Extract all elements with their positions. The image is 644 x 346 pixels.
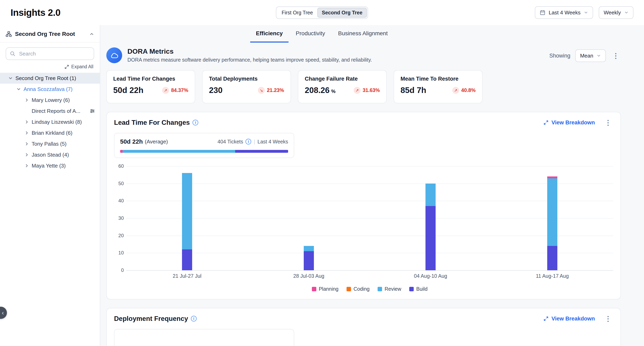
- trend-up-arrow-icon: ↗: [452, 87, 459, 94]
- view-breakdown-button[interactable]: View Breakdown: [543, 120, 595, 126]
- calendar-icon: [540, 10, 546, 15]
- chevron-down-icon: [8, 76, 13, 81]
- y-axis-tick: 50: [112, 181, 124, 186]
- chevron-right-icon: [24, 131, 29, 135]
- stacked-bar-04-aug-10-aug[interactable]: [426, 183, 436, 270]
- org-tree: Second Org Tree Root (1)Anna Scozzafava …: [0, 73, 100, 171]
- search-input[interactable]: [6, 47, 94, 60]
- period-select[interactable]: Last 4 Weeks: [535, 6, 593, 19]
- chevron-down-icon: [596, 53, 601, 58]
- aggregation-select[interactable]: Mean: [575, 49, 606, 62]
- tickets-count: 404 Tickets: [218, 139, 243, 145]
- org-toggle-second-org-tree[interactable]: Second Org Tree: [317, 8, 367, 18]
- deployment-frequency-panel: Deployment Frequency i View Breakdown ⋮: [106, 308, 621, 346]
- bar-segment-build: [304, 251, 314, 270]
- metric-value: 208.26%: [305, 86, 336, 95]
- stacked-bar-11-aug-17-aug[interactable]: [547, 176, 557, 270]
- showing-label: Showing: [549, 53, 570, 59]
- tree-item-mary-lowery-6[interactable]: Mary Lowery (6): [0, 95, 100, 106]
- org-toggle-first-org-tree[interactable]: First Org Tree: [277, 8, 317, 18]
- trend-value: 31.63%: [362, 87, 380, 93]
- y-axis-tick: 0: [112, 267, 124, 273]
- deployment-title: Deployment Frequency: [114, 315, 188, 323]
- tree-item-label: Mary Lowery (6): [32, 97, 70, 103]
- lead-time-menu-icon[interactable]: ⋮: [603, 119, 613, 126]
- deployment-summary-card: [114, 329, 294, 346]
- phase-distribution-bar: [120, 150, 288, 153]
- trend-value: 21.23%: [267, 87, 284, 93]
- chevron-down-icon: [16, 87, 21, 92]
- stackbar-segment-review: [122, 150, 235, 153]
- tab-productivity[interactable]: Productivity: [290, 25, 331, 42]
- search-icon: [10, 51, 16, 58]
- tree-item-label: Jason Stead (4): [32, 152, 69, 158]
- tree-item-label: Direct Reports of A...: [32, 108, 80, 114]
- tree-item-direct-reports-of-a[interactable]: Direct Reports of A...: [0, 106, 100, 117]
- granularity-value: Weekly: [604, 9, 621, 16]
- metric-title: Change Failure Rate: [305, 76, 380, 82]
- lead-time-title: Lead Time For Changes: [114, 119, 190, 126]
- metric-cards-row: Lead Time For Changes50d 22h↗84.37%Total…: [106, 70, 621, 103]
- expand-all-button[interactable]: Expand All: [6, 64, 93, 69]
- bar-segment-review: [426, 183, 436, 206]
- summary-value: 50d 22h: [120, 138, 143, 145]
- search-box: [6, 47, 94, 60]
- x-axis-label: 04 Aug-10 Aug: [414, 273, 447, 279]
- y-axis-tick: 60: [112, 163, 124, 169]
- tree-item-tony-pallas-5[interactable]: Tony Pallas (5): [0, 138, 100, 149]
- expand-icon: [543, 316, 549, 321]
- tab-efficiency[interactable]: Efficiency: [250, 25, 288, 42]
- chart-x-axis: 21 Jul-27 Jul28 Jul-03 Aug04 Aug-10 Aug1…: [126, 273, 613, 280]
- chevron-right-icon: [24, 98, 29, 103]
- dora-title: DORA Metrics: [128, 47, 372, 55]
- tree-item-brian-kirkland-6[interactable]: Brian Kirkland (6): [0, 127, 100, 138]
- dora-metrics-header: DORA Metrics DORA metrics measure softwa…: [106, 47, 621, 63]
- tree-item-lindsay-liszewski-8[interactable]: Lindsay Liszewski (8): [0, 117, 100, 127]
- info-icon[interactable]: i: [191, 316, 196, 322]
- bar-segment-build: [182, 249, 192, 270]
- info-icon[interactable]: i: [192, 120, 198, 125]
- trend-value: 40.8%: [461, 87, 476, 93]
- tree-item-label: Anna Scozzafava (7): [24, 86, 72, 92]
- tree-item-maya-yette-3[interactable]: Maya Yette (3): [0, 160, 100, 171]
- divider: |: [254, 139, 255, 145]
- trend-up-arrow-icon: ↗: [162, 87, 169, 94]
- trend-down-arrow-icon: ↘: [258, 87, 265, 94]
- trend-up-arrow-icon: ↗: [354, 87, 360, 94]
- legend-item-build: Build: [409, 286, 428, 292]
- granularity-select[interactable]: Weekly: [599, 6, 634, 19]
- expand-all-label: Expand All: [71, 64, 93, 69]
- view-breakdown-button[interactable]: View Breakdown: [543, 316, 595, 322]
- metric-title: Lead Time For Changes: [113, 76, 188, 82]
- bar-segment-build: [426, 206, 436, 270]
- org-tree-toggle: First Org TreeSecond Org Tree: [276, 6, 368, 19]
- stacked-bar-28-jul-03-aug[interactable]: [304, 246, 314, 270]
- metric-value: 85d 7h: [400, 86, 426, 95]
- dora-menu-icon[interactable]: ⋮: [611, 52, 621, 59]
- stacked-bar-21-jul-27-jul[interactable]: [182, 173, 192, 270]
- trend-badge: ↘21.23%: [258, 87, 284, 94]
- view-breakdown-label: View Breakdown: [552, 120, 595, 126]
- trend-badge: ↗31.63%: [354, 87, 380, 94]
- tree-item-anna-scozzafava-7[interactable]: Anna Scozzafava (7): [0, 84, 100, 95]
- deployment-menu-icon[interactable]: ⋮: [603, 315, 613, 322]
- org-tree-sidebar: Second Org Tree Root Expand All Second O…: [0, 25, 100, 346]
- legend-swatch: [312, 287, 316, 291]
- bar-segment-review: [182, 173, 192, 249]
- lead-time-chart: 0102030405060 21 Jul-27 Jul28 Jul-03 Aug…: [114, 166, 613, 293]
- metric-card-lead-time-for-changes: Lead Time For Changes50d 22h↗84.37%: [106, 70, 195, 103]
- legend-item-planning: Planning: [312, 286, 338, 292]
- tab-business-alignment[interactable]: Business Alignment: [332, 25, 393, 42]
- chart-legend: PlanningCodingReviewBuild: [126, 286, 613, 292]
- metric-value: 50d 22h: [113, 86, 144, 95]
- dora-controls: Showing Mean ⋮: [549, 49, 621, 62]
- summary-period: Last 4 Weeks: [258, 139, 288, 145]
- metric-card-change-failure-rate: Change Failure Rate208.26%↗31.63%: [298, 70, 387, 103]
- main-content: EfficiencyProductivityBusiness Alignment…: [100, 25, 644, 346]
- tree-item-jason-stead-4[interactable]: Jason Stead (4): [0, 149, 100, 160]
- header-controls: Last 4 Weeks Weekly: [535, 6, 634, 19]
- filters-sliders-icon[interactable]: [90, 108, 95, 114]
- info-icon[interactable]: i: [246, 139, 251, 145]
- tree-item-second-org-tree-root-1[interactable]: Second Org Tree Root (1): [0, 73, 100, 84]
- trend-badge: ↗40.8%: [452, 87, 476, 94]
